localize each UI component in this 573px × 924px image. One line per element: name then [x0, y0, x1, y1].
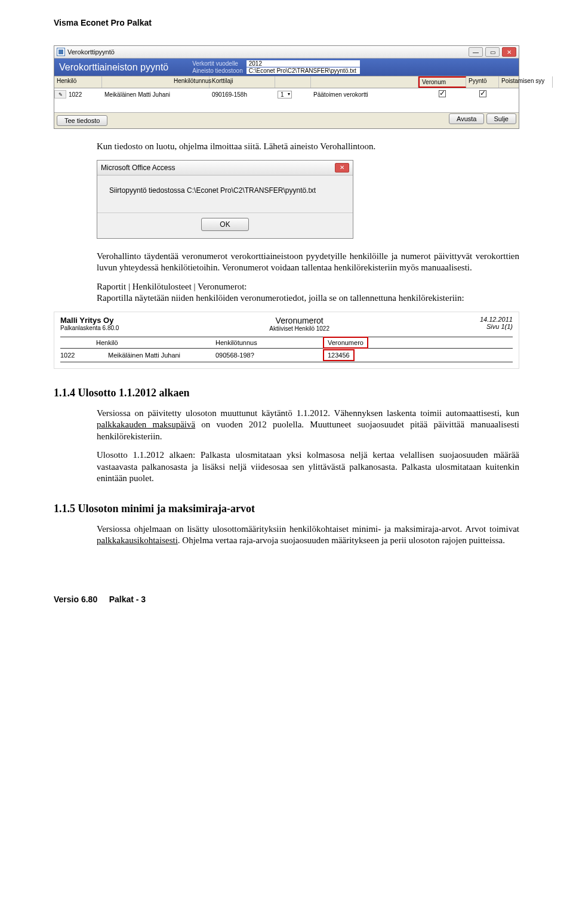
rpt-col-henkilo: Henkilö: [60, 339, 215, 346]
report-row: 1022 Meikäläinen Matti Juhani 090568-198…: [60, 349, 513, 362]
page-footer: Versio 6.80 Palkat - 3: [54, 595, 519, 604]
rpt-row-hetu: 090568-198?: [215, 352, 323, 359]
access-title: Microsoft Office Access: [101, 164, 175, 172]
banner-title: Verokorttiaineiston pyyntö: [59, 62, 168, 73]
report-company: Malli Yritys Oy: [60, 316, 119, 325]
report-page: Sivu 1(1): [480, 323, 513, 330]
tee-tiedosto-button[interactable]: Tee tiedosto: [57, 115, 107, 126]
window-footer: Tee tiedosto Avusta Sulje: [54, 112, 519, 128]
table-row[interactable]: ✎ 1022 Meikäläinen Matti Juhani 090169-1…: [54, 88, 519, 99]
heading-115: 1.1.5 Ulosoton minimi ja maksimiraja-arv…: [54, 503, 519, 515]
sec114-p1: Versiossa on päivitetty ulosoton muuttun…: [54, 408, 519, 443]
rpt-col-veronum: Veronumero: [323, 337, 368, 349]
avusta-button[interactable]: Avusta: [449, 113, 484, 124]
col-veronum: Veronum: [418, 76, 466, 88]
vuodelle-label: Verkortit vuodelle: [192, 60, 243, 67]
row-hetu: 090169-158h: [210, 91, 275, 98]
korttilaji-dropdown[interactable]: 1: [278, 91, 292, 98]
document-header: Visma Econet Pro Palkat: [54, 18, 519, 27]
report-subtitle: Aktiiviset Henkilö 1022: [269, 325, 329, 332]
grid-header: Henkilö Henkilötunnus Korttilaji Veronum…: [54, 76, 519, 88]
rpt-col-hetu: Henkilötunnus: [215, 339, 323, 346]
sec114-p2: Ulosotto 1.1.2012 alkaen: Palkasta ulosm…: [54, 449, 519, 485]
col-henkilo: Henkilö: [54, 76, 102, 88]
banner: Verokorttiaineiston pyyntö Verkortit vuo…: [54, 58, 519, 76]
window-title: Verokorttipyyntö: [67, 48, 115, 56]
sec115-p1: Versiossa ohjelmaan on lisätty ulosottom…: [54, 523, 519, 547]
heading-114: 1.1.4 Ulosotto 1.1.2012 alkaen: [54, 387, 519, 399]
row-name: Meikäläinen Matti Juhani: [102, 91, 210, 98]
rpt-row-name: Meikäläinen Matti Juhani: [108, 352, 215, 359]
row-handle-icon[interactable]: ✎: [54, 90, 66, 98]
col-poistamisen: Poistamisen syy: [499, 76, 553, 88]
paragraph-3: Raportit | Henkilötulosteet | Veronumero…: [54, 281, 519, 304]
access-dialog: Microsoft Office Access ✕ Siirtopyyntö t…: [97, 160, 353, 239]
report-columns: Henkilö Henkilötunnus Veronumero: [60, 337, 513, 349]
row-num: 1022: [66, 91, 102, 98]
access-message: Siirtopyyntö tiedostossa C:\Econet Pro\C…: [109, 186, 341, 195]
pyynto-checkbox[interactable]: [479, 90, 486, 97]
maximize-icon[interactable]: ▭: [485, 47, 500, 57]
report-date: 14.12.2011: [480, 316, 513, 323]
col-korttilaji: Korttilaji: [210, 76, 275, 88]
col-pyynto: Pyyntö: [466, 76, 499, 88]
window-titlebar: Verokorttipyyntö — ▭ ✕: [54, 46, 519, 58]
sulje-button[interactable]: Sulje: [486, 113, 516, 124]
app-icon: [57, 48, 65, 56]
paragraph-1: Kun tiedosto on luotu, ohjelma ilmoittaa…: [54, 141, 519, 153]
minimize-icon[interactable]: —: [469, 47, 483, 57]
tiedostoon-value[interactable]: C:\Econet Pro\C2\TRANSFER\pyyntö.txt: [247, 67, 360, 74]
report-window: Malli Yritys Oy Palkanlaskenta 6.80.0 Ve…: [54, 312, 519, 369]
report-title: Veronumerot: [269, 316, 329, 325]
tiedostoon-label: Aineisto tiedostoon: [192, 67, 243, 74]
access-close-icon[interactable]: ✕: [335, 163, 349, 173]
grid-body: ✎ 1022 Meikäläinen Matti Juhani 090169-1…: [54, 88, 519, 112]
paragraph-2: Verohallinto täydentää veronumerot verok…: [54, 251, 519, 274]
rpt-row-num: 1022: [60, 352, 108, 359]
korttilaji-text: Päätoimen verokortti: [311, 91, 418, 98]
ok-button[interactable]: OK: [201, 218, 248, 231]
vuodelle-value[interactable]: 2012: [247, 60, 360, 67]
access-titlebar: Microsoft Office Access ✕: [97, 161, 353, 175]
veronum-checkbox[interactable]: [439, 90, 446, 97]
report-version: Palkanlaskenta 6.80.0: [60, 325, 119, 331]
close-icon[interactable]: ✕: [502, 47, 516, 57]
rpt-row-veronum: 123456: [323, 349, 355, 361]
col-henkilotunnus: Henkilötunnus: [102, 76, 210, 88]
verokorttipyynto-window: Verokorttipyyntö — ▭ ✕ Verokorttiaineist…: [54, 45, 519, 129]
